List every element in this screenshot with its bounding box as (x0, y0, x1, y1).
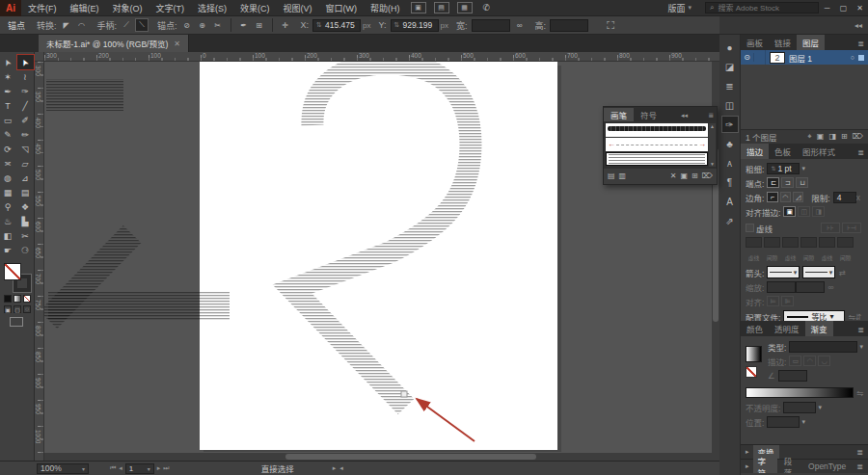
gradient-tool[interactable]: ▤ (17, 185, 34, 199)
scrollbar-thumb[interactable] (285, 454, 536, 460)
close-button[interactable]: ✕ (852, 4, 868, 13)
arrow-align-end-icon[interactable]: ⊫ (781, 296, 794, 306)
dash-field-3[interactable] (800, 237, 817, 248)
eyedropper-tool[interactable]: ⚲ (0, 199, 16, 214)
close-tab-icon[interactable]: ✕ (174, 40, 180, 48)
mesh-tool[interactable]: ▦ (0, 185, 16, 199)
connect-anchor-icon[interactable]: ⊕ (196, 18, 209, 32)
new-layer-icon[interactable]: ⊞ (841, 132, 848, 142)
menu-window[interactable]: 窗口(W) (319, 2, 365, 14)
tab-graphic-styles[interactable]: 图形样式 (797, 144, 841, 159)
brush-item-charcoal[interactable] (606, 123, 708, 137)
menu-effect[interactable]: 效果(C) (233, 2, 277, 14)
hide-handles-icon[interactable]: ⟍ (135, 18, 149, 32)
chevron-down-icon[interactable]: ▾ (801, 165, 805, 172)
zoom-level-dropdown[interactable]: 100% ▾ (37, 463, 89, 474)
pen-options-icon[interactable]: ✒ (237, 18, 251, 32)
panel-menu-icon[interactable]: ≣ (708, 112, 717, 121)
tab-artboards[interactable]: 画板 (741, 35, 769, 50)
hatched-rect-shape[interactable] (46, 79, 123, 111)
new-sublayer-icon[interactable]: ◨ (828, 132, 836, 142)
paintbrush-tool[interactable]: ✐ (17, 113, 34, 127)
expand-icon[interactable]: ▸ (746, 448, 749, 456)
blend-tool[interactable]: ❖ (17, 199, 34, 214)
dashed-line-checkbox[interactable] (746, 224, 754, 232)
next-artboard-icon[interactable]: ▸ (157, 464, 161, 472)
status-options-icon[interactable]: ▸◂ (333, 464, 347, 472)
spinner-icon[interactable]: ⇅ (771, 165, 775, 172)
align-outside-icon[interactable]: ◨ (812, 206, 825, 217)
butt-cap-icon[interactable]: ⊏ (767, 177, 779, 188)
hand-tool[interactable]: ☛ (0, 243, 16, 257)
free-transform-tool[interactable]: ▱ (17, 156, 34, 171)
menu-edit[interactable]: 编辑(E) (64, 2, 106, 14)
align-center-icon[interactable]: ▣ (783, 206, 796, 217)
tab-symbols[interactable]: 符号 (634, 108, 664, 121)
dash-field-2[interactable] (782, 237, 799, 248)
delete-layer-icon[interactable]: ⌦ (853, 132, 863, 142)
panel-menu-icon[interactable]: ≣ (857, 326, 868, 336)
tab-paragraph[interactable]: 段落 (781, 454, 801, 475)
glyphs-panel-icon[interactable]: A (721, 193, 739, 210)
brushes-panel-icon[interactable]: ✑ (721, 116, 739, 133)
artboard-tool[interactable]: ◧ (0, 228, 16, 243)
scale-tool[interactable]: ◹ (17, 142, 34, 156)
gradient-angle-input[interactable] (778, 370, 807, 382)
visibility-eye-icon[interactable]: ⊙ (741, 53, 754, 62)
anchor-point-highlight[interactable] (401, 391, 407, 397)
panel-menu-icon[interactable]: ≣ (857, 40, 868, 50)
menu-select[interactable]: 选择(S) (191, 2, 233, 14)
convert-corner-icon[interactable]: ◤ (60, 18, 73, 32)
show-handles-icon[interactable]: ⟋ (120, 18, 133, 32)
brush-list-scrollbar[interactable]: ▲ ▼ (709, 123, 716, 167)
line-segment-tool[interactable]: ╱ (17, 98, 34, 113)
stroke-across-icon[interactable]: ◡ (818, 356, 830, 366)
appearance-panel-icon[interactable]: ◪ (721, 58, 739, 75)
arrowhead-end-dropdown[interactable]: ▾ (802, 266, 835, 278)
none-mode-icon[interactable] (23, 295, 31, 303)
locate-object-icon[interactable]: ⌖ (807, 132, 812, 142)
rectangle-tool[interactable]: ▭ (0, 113, 16, 127)
panel-menu-icon[interactable]: ≣ (857, 148, 868, 159)
slice-tool[interactable]: ✂ (17, 228, 34, 243)
tab-layers[interactable]: 图层 (797, 35, 825, 50)
curvature-tool[interactable]: ✑ (17, 84, 34, 98)
make-clipping-mask-icon[interactable]: ▣ (817, 132, 825, 142)
workspace-dropdown[interactable]: 版面 ▾ (667, 2, 692, 14)
brush-libraries-icon[interactable]: ▤ (608, 172, 615, 180)
y-input[interactable]: ⇅ 929.199 (391, 19, 439, 32)
horizontal-ruler[interactable]: 3002001000100200300400500600700800900 (44, 52, 719, 62)
gradient-mode-icon[interactable] (14, 295, 21, 303)
paragraph-styles-panel-icon[interactable]: ¶ (721, 173, 739, 191)
perspective-grid-tool[interactable]: ⊿ (17, 171, 34, 185)
reverse-gradient-icon[interactable]: ⇋ (856, 388, 863, 398)
link-dimensions-icon[interactable]: ∞ (513, 18, 527, 32)
tab-swatches[interactable]: 色板 (769, 144, 797, 159)
dash-field-4[interactable] (819, 237, 835, 248)
color-mode-icon[interactable] (4, 295, 12, 303)
color-panel-icon[interactable]: ● (721, 39, 739, 56)
menu-file[interactable]: 文件(F) (21, 2, 64, 14)
tab-links[interactable]: 链接 (769, 35, 797, 50)
previous-artboard-icon[interactable]: ◂ (119, 464, 122, 472)
document-tab[interactable]: 未标题-1.ai* @ 100% (RGB/预览) ✕ (39, 35, 189, 52)
spinner-icon[interactable]: ⇅ (394, 21, 400, 29)
width-tool[interactable]: ≍ (0, 156, 16, 171)
selection-tool[interactable]: ➤ (0, 55, 16, 69)
direct-selection-tool[interactable]: ➤ (17, 55, 34, 69)
align-inside-icon[interactable]: ◫ (798, 206, 810, 217)
stroke-along-icon[interactable]: ◠ (803, 356, 816, 366)
horizontal-scrollbar[interactable] (44, 453, 719, 461)
layer-thumbnail[interactable]: 2 (770, 52, 785, 64)
panel-menu-icon[interactable]: ≣ (856, 462, 863, 471)
rotate-tool[interactable]: ⟳ (0, 142, 16, 156)
vertical-ruler[interactable]: 3003504004505005506006507007508008509009… (35, 62, 44, 461)
bevel-join-icon[interactable]: ◿ (793, 192, 803, 202)
menu-object[interactable]: 对象(O) (106, 2, 149, 14)
ruler-origin-corner[interactable] (35, 52, 44, 62)
gradient-location-input[interactable] (767, 416, 800, 428)
brush-item-arrow[interactable]: ← → (606, 138, 708, 151)
lasso-tool[interactable]: ≀ (17, 69, 34, 84)
scale-start-input[interactable] (767, 281, 796, 293)
pathfinder-panel-icon[interactable]: ◫ (721, 96, 739, 114)
